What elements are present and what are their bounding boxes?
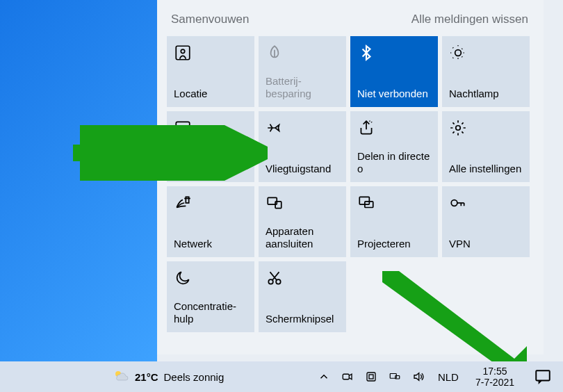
quick-action-label: Vliegtuigstand — [266, 163, 339, 175]
taskbar: 21°C Deels zonnig NLD 17:55 7-7-2021 — [0, 361, 563, 392]
quick-action-label: Nachtlamp — [449, 88, 523, 100]
action-center-button[interactable] — [534, 368, 552, 386]
snip-icon — [266, 268, 285, 288]
quick-action-label: VPN — [449, 238, 523, 250]
quick-action-focus-assist[interactable]: Concentratie-hulp — [167, 261, 254, 332]
desktop-background — [0, 0, 157, 364]
project-icon — [357, 193, 377, 213]
quick-action-bluetooth[interactable]: Niet verbonden — [350, 36, 438, 107]
quick-action-label: Projecteren — [357, 238, 431, 250]
volume-tray-icon[interactable] — [411, 370, 425, 384]
clock-time: 17:55 — [475, 366, 514, 377]
svg-line-7 — [452, 47, 454, 49]
clear-notifications-link[interactable]: Alle meldingen wissen — [411, 13, 528, 26]
quick-action-label: Alle instellingen — [449, 163, 523, 175]
quick-action-battery-saver[interactable]: Batterij-besparing — [259, 36, 346, 107]
quick-action-connect[interactable]: Apparaten aansluiten — [259, 186, 346, 257]
tray-overflow-chevron-icon[interactable] — [317, 370, 331, 384]
annotation-arrow-1 — [73, 125, 268, 181]
quick-action-nightlight[interactable]: Nachtlamp — [442, 36, 530, 107]
svg-marker-24 — [247, 136, 268, 170]
nightlight-icon — [449, 43, 468, 63]
quick-action-label: Delen in directe o — [357, 150, 431, 175]
vpn-icon — [449, 193, 468, 213]
quick-action-project[interactable]: Projecteren — [350, 186, 438, 257]
quick-action-label: Concentratie-hulp — [174, 300, 247, 325]
quick-action-network[interactable]: Netwerk — [167, 186, 254, 257]
quick-action-label: Batterij-besparing — [266, 75, 339, 100]
svg-point-1 — [181, 49, 184, 53]
bluetooth-icon — [357, 43, 377, 63]
svg-rect-32 — [536, 370, 550, 380]
quick-action-label: Netwerk — [174, 238, 247, 250]
svg-point-13 — [456, 126, 461, 131]
settings-icon — [449, 118, 468, 138]
weather-icon — [113, 368, 129, 386]
moon-icon — [174, 268, 193, 288]
clock-date: 7-7-2021 — [475, 377, 514, 388]
airplane-icon — [266, 118, 285, 138]
location-icon — [174, 43, 193, 63]
network-tray-icon[interactable] — [388, 370, 402, 384]
quick-action-screen-snip[interactable]: Schermknipsel — [259, 261, 346, 332]
svg-line-10 — [462, 47, 463, 49]
svg-point-20 — [451, 200, 457, 206]
taskbar-clock[interactable]: 17:55 7-7-2021 — [471, 366, 519, 388]
quick-action-nearby-share[interactable]: Delen in directe o — [350, 111, 438, 182]
quick-action-airplane-mode[interactable]: Vliegtuigstand — [259, 111, 346, 182]
network-icon — [174, 193, 193, 213]
svg-rect-27 — [343, 374, 349, 379]
quick-action-location[interactable]: Locatie — [167, 36, 254, 107]
connect-icon — [266, 193, 285, 213]
svg-point-2 — [455, 50, 462, 56]
tray-app-icon[interactable] — [364, 370, 378, 384]
taskbar-weather[interactable]: 21°C Deels zonnig — [113, 368, 224, 386]
weather-temp: 21°C — [135, 371, 158, 383]
quick-action-label: Niet verbonden — [357, 88, 431, 100]
system-tray: NLD 17:55 7-7-2021 — [317, 366, 557, 388]
weather-desc: Deels zonnig — [164, 371, 225, 383]
svg-rect-14 — [186, 197, 188, 203]
ime-indicator[interactable]: NLD — [435, 371, 462, 383]
share-icon — [357, 118, 377, 138]
svg-line-9 — [452, 56, 454, 58]
quick-action-label: Locatie — [174, 88, 247, 100]
battery-leaf-icon — [266, 43, 285, 63]
quick-action-label: Apparaten aansluiten — [266, 225, 339, 250]
svg-line-8 — [462, 56, 463, 58]
quick-action-label: Schermknipsel — [266, 313, 339, 325]
quick-action-all-settings[interactable]: Alle instellingen — [442, 111, 530, 182]
collapse-link[interactable]: Samenvouwen — [171, 13, 249, 26]
svg-rect-28 — [367, 373, 375, 381]
action-center-header: Samenvouwen Alle meldingen wissen — [157, 0, 544, 36]
quick-action-vpn[interactable]: VPN — [442, 186, 530, 257]
meet-now-icon[interactable] — [341, 370, 354, 384]
svg-rect-29 — [369, 375, 373, 379]
